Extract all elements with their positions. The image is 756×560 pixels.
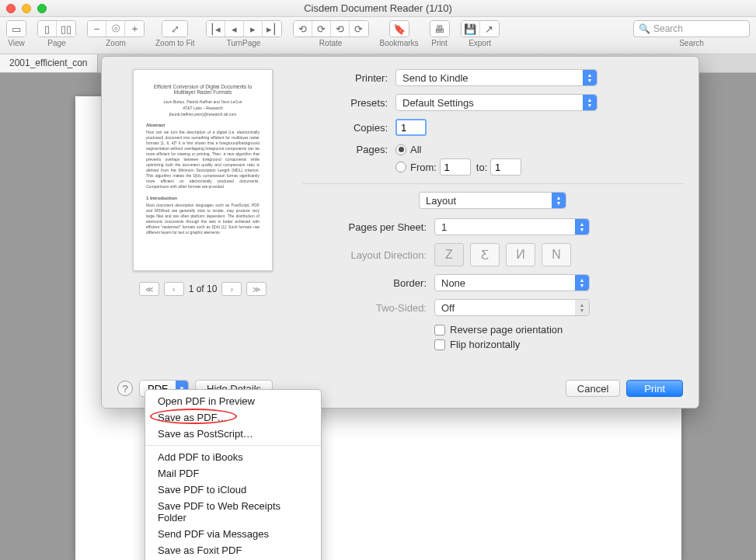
print-preview-thumbnail: Efficient Conversion of Digital Document… — [133, 69, 273, 271]
select-arrows-icon: ▲▼ — [583, 95, 597, 110]
select-arrows-icon: ▲▼ — [575, 275, 589, 290]
layout-dir-1[interactable]: Z — [434, 243, 464, 266]
toolbar-label-rotate: Rotate — [319, 39, 342, 47]
pps-value: 1 — [441, 221, 447, 233]
twosided-value: Off — [441, 302, 455, 314]
pages-to-label: to: — [476, 162, 487, 173]
border-select[interactable]: None ▲▼ — [434, 274, 590, 291]
window-titlebar: Cisdem Document Reader (1/10) — [0, 0, 756, 17]
menu-send-via-messages[interactable]: Send PDF via Messages — [145, 526, 321, 542]
select-arrows-icon: ▲▼ — [575, 300, 589, 315]
twosided-select: Off ▲▼ — [434, 299, 590, 316]
export-save-button[interactable]: 💾 — [462, 21, 480, 37]
bookmarks-button[interactable]: 🔖 — [390, 21, 409, 37]
menu-mail-pdf[interactable]: Mail PDF — [145, 465, 321, 482]
page-facing-button[interactable]: ▯▯ — [57, 21, 75, 37]
export-share-button[interactable]: ↗ — [480, 21, 499, 37]
preview-page-indicator: 1 of 10 — [189, 283, 218, 294]
search-field[interactable]: 🔍 Search — [633, 20, 750, 37]
preview-pager: ≪ ‹ 1 of 10 › ≫ — [139, 282, 267, 296]
rotate-all-left-button[interactable]: ⟲ — [331, 21, 350, 37]
pages-all-radio[interactable] — [395, 144, 406, 155]
menu-open-preview[interactable]: Open PDF in Preview — [145, 393, 321, 409]
menu-separator — [145, 445, 321, 446]
preview-last-button[interactable]: ≫ — [246, 282, 267, 296]
toolbar-label-export: Export — [469, 39, 491, 47]
search-placeholder: Search — [653, 23, 683, 34]
toolbar-label-print: Print — [431, 39, 448, 47]
page-single-button[interactable]: ▯ — [38, 21, 57, 37]
first-page-button[interactable]: ⎮◂ — [207, 21, 225, 37]
cancel-button[interactable]: Cancel — [566, 380, 620, 397]
section-select[interactable]: Layout ▲▼ — [419, 192, 566, 209]
printer-value: Send to Kindle — [402, 72, 469, 84]
copies-input[interactable] — [395, 119, 427, 136]
zoom-to-fit-button[interactable]: ⤢ — [162, 21, 187, 37]
rotate-all-right-button[interactable]: ⟳ — [350, 21, 368, 37]
printer-select[interactable]: Send to Kindle ▲▼ — [395, 69, 597, 86]
menu-add-to-ibooks[interactable]: Add PDF to iBooks — [145, 449, 321, 465]
layout-dir-4[interactable]: N — [542, 243, 571, 266]
presets-label: Presets: — [302, 97, 388, 109]
zoom-actual-button[interactable]: ⦾ — [106, 21, 125, 37]
divider — [302, 183, 683, 184]
pps-label: Pages per Sheet: — [302, 221, 427, 233]
layout-dir-3[interactable]: И — [506, 243, 535, 266]
menu-save-as-foxit[interactable]: Save as Foxit PDF — [145, 542, 321, 558]
pages-to-input[interactable] — [490, 158, 521, 176]
twosided-label: Two-Sided: — [302, 302, 427, 314]
presets-select[interactable]: Default Settings ▲▼ — [395, 94, 597, 111]
presets-value: Default Settings — [402, 97, 474, 109]
flip-horizontal-checkbox[interactable] — [434, 339, 445, 350]
toolbar-label-turnpage: TurnPage — [227, 39, 261, 47]
thumb-authors: Léon Bottou, Patrick Haffner and Yann Le… — [146, 99, 260, 104]
reverse-orientation-label: Reverse page orientation — [450, 324, 563, 336]
menu-save-as-postscript[interactable]: Save as PostScript… — [145, 426, 321, 442]
main-toolbar: ▭ View ▯ ▯▯ Page − ⦾ ＋ Zoom ⤢ Zoom to Fi… — [0, 17, 756, 54]
pages-from-label: From: — [410, 162, 437, 173]
preview-first-button[interactable]: ≪ — [139, 282, 159, 296]
toolbar-label-page: Page — [47, 39, 65, 47]
pages-label: Pages: — [302, 144, 388, 155]
toolbar-label-view: View — [8, 39, 25, 47]
toolbar-label-zoomfit: Zoom to Fit — [155, 39, 195, 47]
menu-save-as-pdf[interactable]: Save as PDF… — [145, 409, 321, 426]
help-button[interactable]: ? — [117, 381, 133, 396]
menu-save-as-pdf-label: Save as PDF… — [158, 412, 228, 423]
print-confirm-button[interactable]: Print — [626, 380, 683, 397]
zoom-out-button[interactable]: − — [88, 21, 106, 37]
thumb-intro-body: Most document description languages such… — [146, 203, 260, 235]
pages-from-input[interactable] — [440, 158, 471, 176]
preview-prev-button[interactable]: ‹ — [164, 282, 184, 296]
thumb-intro-h: 1 Introduction — [146, 196, 260, 200]
prev-page-button[interactable]: ◂ — [225, 21, 244, 37]
rotate-right-button[interactable]: ⟳ — [312, 21, 331, 37]
print-button[interactable]: 🖶 — [430, 21, 449, 37]
flip-horizontal-label: Flip horizontally — [450, 339, 520, 350]
pages-range-radio[interactable] — [395, 162, 406, 172]
zoom-in-button[interactable]: ＋ — [125, 21, 144, 37]
search-icon: 🔍 — [639, 23, 650, 34]
thumb-email: {leonb,haffner,yann}@research.att.com — [146, 112, 260, 117]
menu-save-to-icloud[interactable]: Save PDF to iCloud — [145, 482, 321, 498]
document-tab[interactable]: 2001_efficient_con — [0, 54, 98, 72]
thumb-abstract-body: How can we turn the description of a dig… — [146, 130, 260, 190]
rotate-left-button[interactable]: ⟲ — [294, 21, 312, 37]
next-page-button[interactable]: ▸ — [244, 21, 263, 37]
layout-dir-2[interactable]: Ƹ — [470, 243, 500, 266]
pdf-dropdown-menu: Open PDF in Preview Save as PDF… Save as… — [145, 389, 322, 560]
select-arrows-icon: ▲▼ — [583, 70, 597, 85]
reverse-orientation-checkbox[interactable] — [434, 325, 445, 336]
select-arrows-icon: ▲▼ — [552, 193, 566, 208]
layout-direction-group: Z Ƹ И N — [434, 243, 571, 266]
menu-save-web-receipts[interactable]: Save PDF to Web Receipts Folder — [145, 498, 321, 526]
printer-label: Printer: — [302, 72, 388, 84]
layout-direction-label: Layout Direction: — [302, 249, 427, 261]
last-page-button[interactable]: ▸⎮ — [263, 21, 281, 37]
pps-select[interactable]: 1 ▲▼ — [434, 218, 590, 235]
border-label: Border: — [302, 277, 427, 289]
select-arrows-icon: ▲▼ — [575, 219, 589, 235]
copies-label: Copies: — [302, 122, 388, 134]
preview-next-button[interactable]: › — [221, 282, 242, 296]
view-mode-button[interactable]: ▭ — [7, 21, 26, 37]
